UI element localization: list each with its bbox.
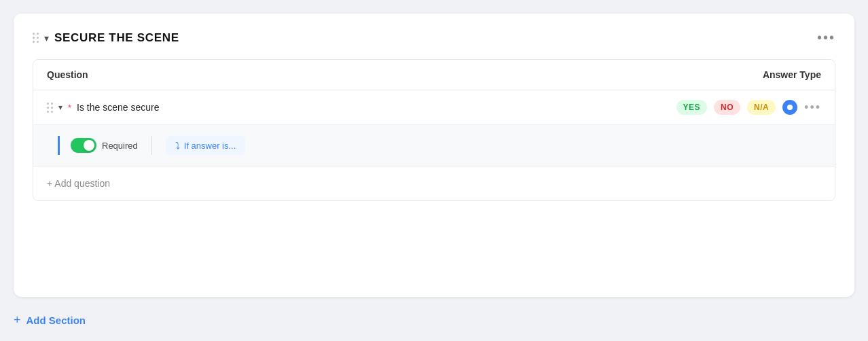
table-header-answer-type: Answer Type [763,69,821,80]
section-header-left: ▾ SECURE THE SCENE [33,31,179,45]
toggle-knob [84,140,94,151]
row-drag-handle[interactable] [47,103,53,113]
required-toggle-container: Required [71,138,138,153]
section-drag-handle[interactable] [33,33,39,43]
table-header-question: Question [47,69,88,80]
sub-row-inner: Required ⤵ If answer is... [58,136,245,155]
badge-yes[interactable]: YES [676,100,707,115]
add-section-label: Add Section [26,315,86,326]
section-header: ▾ SECURE THE SCENE ••• [33,30,835,46]
required-star: * [68,103,71,113]
if-answer-icon: ⤵ [175,140,180,151]
questions-table: Question Answer Type ▾ * [33,59,835,201]
row-chevron-icon[interactable]: ▾ [58,103,62,112]
answer-type-row: YES NO N/A ••• [676,100,821,115]
row-more-icon[interactable]: ••• [804,101,821,115]
required-toggle[interactable] [71,138,96,153]
add-section-plus-icon: + [14,313,21,327]
add-section-area: + Add Section [14,313,854,327]
question-text: Is the scene secure [77,102,159,113]
section-title: SECURE THE SCENE [54,31,179,45]
section-chevron-icon[interactable]: ▾ [44,33,49,43]
required-toggle-label: Required [102,141,138,151]
vertical-divider [151,136,152,155]
if-answer-button[interactable]: ⤵ If answer is... [166,136,246,155]
add-section-button[interactable]: + Add Section [14,313,86,327]
radio-selected-icon[interactable] [782,100,797,115]
if-answer-label: If answer is... [184,141,236,151]
section-more-icon[interactable]: ••• [817,30,835,46]
add-question-button[interactable]: + Add question [47,178,110,189]
table-header: Question Answer Type [33,60,835,90]
question-row-left: ▾ * Is the scene secure [47,102,159,113]
add-question-row: + Add question [33,166,835,200]
radio-inner [787,105,793,110]
add-question-label: + Add question [47,178,110,189]
sub-row: Required ⤵ If answer is... [33,125,835,166]
question-row: ▾ * Is the scene secure YES NO N/A ••• [33,90,835,125]
badge-no[interactable]: NO [714,100,740,115]
badge-na[interactable]: N/A [747,100,776,115]
main-card: ▾ SECURE THE SCENE ••• Question Answer T… [14,14,854,297]
